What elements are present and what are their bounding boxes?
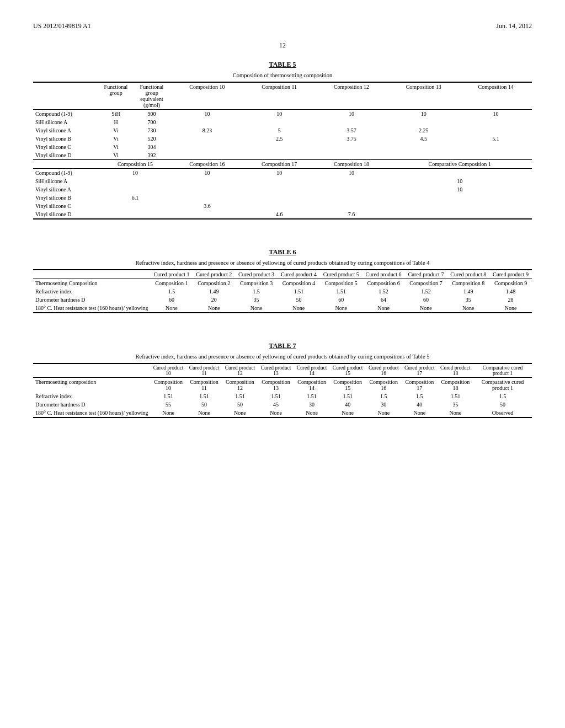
table-row: Vinyl silicone D Vi 392 bbox=[33, 151, 532, 160]
table-row: Vinyl silicone D 4.6 7.6 bbox=[33, 210, 532, 219]
table-row: Vinyl silicone A 10 bbox=[33, 185, 532, 194]
table5-col-c14: Composition 14 bbox=[460, 82, 532, 110]
table5-header-row: Functional group Functional group equiva… bbox=[33, 82, 532, 110]
table-row: Refractive index 1.5 1.49 1.5 1.51 1.51 … bbox=[33, 287, 532, 296]
page-number: 12 bbox=[33, 41, 532, 50]
table5: Functional group Functional group equiva… bbox=[33, 82, 532, 220]
table6-header-row: Cured product 1 Cured product 2 Cured pr… bbox=[33, 270, 532, 279]
table-row: Vinyl silicone B 6.1 bbox=[33, 194, 532, 202]
table-row: 180° C. Heat resistance test (160 hours)… bbox=[33, 409, 532, 417]
patent-date: Jun. 14, 2012 bbox=[496, 22, 532, 30]
table-row: Durometer hardness D 60 20 35 50 60 64 6… bbox=[33, 296, 532, 304]
table6: Cured product 1 Cured product 2 Cured pr… bbox=[33, 269, 532, 313]
page-header: US 2012/0149819 A1 Jun. 14, 2012 bbox=[33, 22, 532, 30]
table-row: SiH silicone A 10 bbox=[33, 177, 532, 185]
table5-col-c11: Composition 11 bbox=[243, 82, 316, 110]
table7-title: TABLE 7 bbox=[33, 342, 532, 350]
table-row: Vinyl silicone B Vi 520 2.5 3.75 4.5 5.1 bbox=[33, 135, 532, 143]
page: US 2012/0149819 A1 Jun. 14, 2012 12 TABL… bbox=[0, 0, 565, 446]
table-row: Vinyl silicone A Vi 730 8.23 5 3.57 2.25 bbox=[33, 126, 532, 135]
table6-title: TABLE 6 bbox=[33, 248, 532, 256]
table6-subtitle: Refractive index, hardness and presence … bbox=[33, 260, 532, 266]
table-row: Compound (1-9) SiH 900 10 10 10 10 10 bbox=[33, 110, 532, 119]
table5-col-functional-group: Functional group bbox=[99, 82, 132, 110]
table-row: Thermosetting composition Compo­sition 1… bbox=[33, 378, 532, 393]
table5-sub-header: Composition 15 Composition 16 Compositio… bbox=[33, 160, 532, 169]
table7-header-row: Cured product 10 Cured product 11 Cured … bbox=[33, 363, 532, 378]
table5-col-equiv: Functional group equivalent (g/mol) bbox=[132, 82, 171, 110]
table-row: 180° C. Heat resistance test (160 hours)… bbox=[33, 304, 532, 313]
table-row: Compound (1-9) 10 10 10 10 bbox=[33, 169, 532, 178]
table5-title: TABLE 5 bbox=[33, 61, 532, 69]
table-row: Refractive index 1.51 1.51 1.51 1.51 1.5… bbox=[33, 392, 532, 400]
patent-number: US 2012/0149819 A1 bbox=[33, 22, 91, 30]
table5-col-c12: Composition 12 bbox=[316, 82, 388, 110]
table7-subtitle: Refractive index, hardness and presence … bbox=[33, 354, 532, 360]
table5-subtitle: Composition of thermosetting composition bbox=[33, 72, 532, 78]
table-row: Vinyl silicone C 3.6 bbox=[33, 202, 532, 210]
table-row: Thermosetting Composition Composition 1 … bbox=[33, 279, 532, 288]
table5-col-c13: Composition 13 bbox=[387, 82, 460, 110]
table7: Cured product 10 Cured product 11 Cured … bbox=[33, 363, 532, 418]
table-row: Durometer hardness D 55 50 50 45 30 40 3… bbox=[33, 400, 532, 409]
table5-col-c10: Composition 10 bbox=[171, 82, 243, 110]
table-row: Vinyl silicone C Vi 304 bbox=[33, 143, 532, 151]
table-row: SiH silicone A H 700 bbox=[33, 118, 532, 126]
